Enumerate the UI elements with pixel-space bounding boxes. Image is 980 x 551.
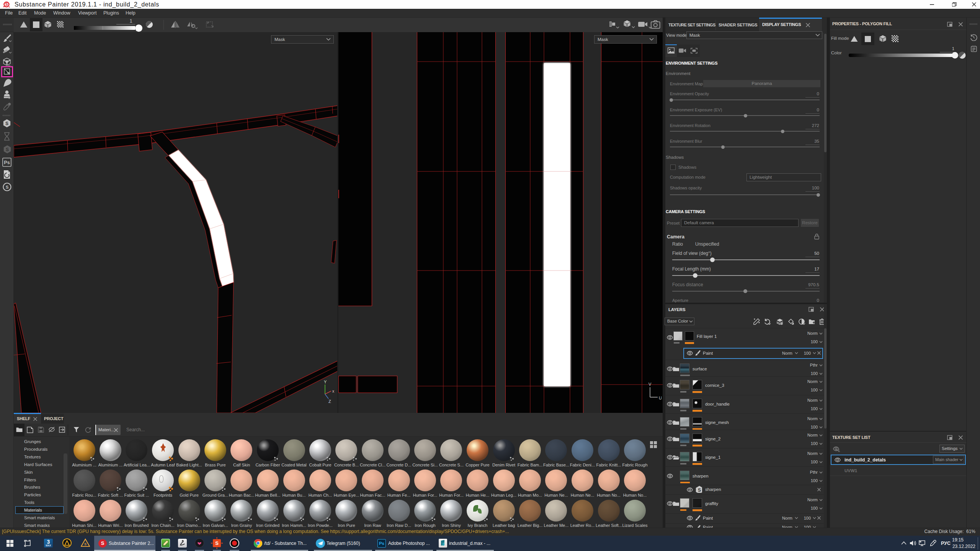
- svg-text:S: S: [698, 487, 701, 493]
- svg-text:S: S: [6, 185, 9, 189]
- svg-text:S: S: [6, 147, 9, 152]
- svg-text:S: S: [84, 542, 87, 546]
- svg-text:U: U: [659, 396, 662, 400]
- svg-text:Y: Y: [324, 380, 327, 384]
- svg-text:V: V: [648, 382, 652, 386]
- svg-text:x: x: [332, 389, 334, 393]
- svg-text:Ps: Ps: [4, 160, 10, 165]
- svg-text:S: S: [5, 2, 8, 7]
- svg-text:S: S: [5, 121, 8, 126]
- svg-text:Z: Z: [328, 399, 331, 404]
